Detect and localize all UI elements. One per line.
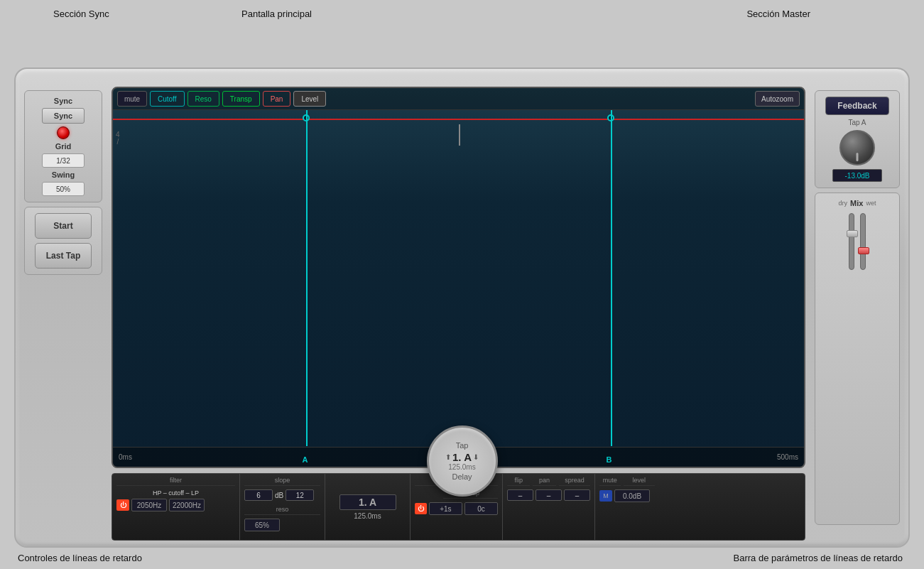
mix-header: dry Mix wet: [821, 199, 893, 207]
filter-power-icon: ⏻: [120, 502, 126, 509]
wet-slider-thumb[interactable]: [858, 247, 869, 254]
cursor-line: [459, 124, 460, 146]
mix-main-label: Mix: [850, 199, 863, 207]
slope-group: slope 6 dB 12 reso 65%: [240, 474, 325, 540]
tab-reso[interactable]: Reso: [187, 91, 219, 107]
flip-header: flip: [507, 477, 530, 486]
pitch-power-icon: ⏻: [418, 505, 424, 512]
level-val[interactable]: 0.0dB: [614, 489, 650, 502]
feedback-knob[interactable]: [839, 130, 875, 166]
time-right: 500ms: [777, 453, 798, 461]
tap-arrow-right[interactable]: ⬇: [473, 453, 479, 461]
mix-sliders: [849, 210, 866, 519]
filter-val2[interactable]: 22000Hz: [169, 499, 205, 511]
last-tap-button[interactable]: Last Tap: [35, 243, 92, 269]
mute-line: [113, 119, 804, 120]
autozoom-button[interactable]: Autozoom: [755, 91, 800, 107]
tab-cutoff[interactable]: Cutoff: [150, 91, 185, 107]
tap-a-label: Tap A: [848, 119, 866, 126]
swing-value[interactable]: 50%: [42, 182, 85, 196]
dry-slider-thumb[interactable]: [847, 230, 858, 237]
tap-value[interactable]: 1. A: [452, 451, 472, 463]
tap-select-display[interactable]: 1. A: [339, 494, 396, 510]
spread-header: spread: [559, 477, 590, 486]
pitch-row: ⏻ +1s 0c: [415, 502, 498, 515]
db-display: -13.0dB: [832, 169, 882, 182]
mute-btn-label: M: [599, 490, 612, 502]
mute-btn[interactable]: M: [599, 490, 612, 502]
pitch-val[interactable]: +1s: [429, 502, 462, 515]
tab-transp[interactable]: Transp: [222, 91, 260, 107]
pan-val[interactable]: –: [536, 489, 562, 501]
filter-row: ⏻ 2050Hz 22000Hz: [116, 499, 235, 511]
wet-slider[interactable]: [860, 213, 866, 270]
feedback-button[interactable]: Feedback: [825, 97, 889, 115]
annotation-master: Sección Master: [746, 9, 810, 19]
filter-header: filter: [116, 477, 235, 486]
reso-header: reso: [244, 506, 320, 515]
tap-group: 1. A 125.0ms: [325, 474, 411, 540]
ml-headers: mute level: [599, 477, 655, 487]
filter-type: HP – cutoff – LP: [116, 489, 235, 497]
sync-section: Sync Sync Grid 1/32 Swing 50% Start Last…: [24, 90, 102, 525]
mix-panel: dry Mix wet: [815, 193, 900, 525]
slope-header: slope: [244, 477, 320, 486]
fps-row: – – –: [507, 489, 590, 501]
master-section: Feedback Tap A -13.0dB dry Mix wet: [815, 90, 900, 525]
reso-value[interactable]: 65%: [244, 519, 280, 531]
slope-val1[interactable]: 6: [244, 489, 273, 501]
grid-label: Grid: [55, 142, 72, 151]
tap-top-label: Tap: [456, 441, 469, 450]
knob-indicator: [857, 153, 859, 161]
pan-header: pan: [533, 477, 555, 486]
filter-group: filter HP – cutoff – LP ⏻ 2050Hz 22000Hz: [112, 474, 240, 540]
tap-arrow-left[interactable]: ⬆: [445, 453, 451, 461]
tap-ms: 125.0ms: [448, 463, 475, 471]
device-body: Sync Sync Grid 1/32 Swing 50% Start Last…: [14, 67, 910, 548]
slope-row: 6 dB 12: [244, 489, 320, 501]
tap-display[interactable]: Tap ⬆ 1. A ⬇ 125.0ms Delay: [427, 426, 498, 497]
sync-panel: Sync Sync Grid 1/32 Swing 50%: [24, 90, 102, 202]
flip-pan-spread-group: flip pan spread – – –: [503, 474, 595, 540]
tap-line-b: [611, 110, 612, 446]
mix-wet-label: wet: [866, 200, 876, 207]
start-button[interactable]: Start: [35, 213, 92, 239]
tap-marker-b[interactable]: B: [607, 455, 612, 464]
annotation-delay-controls: Controles de líneas de retardo: [18, 553, 142, 563]
swing-label: Swing: [52, 170, 75, 179]
feedback-panel: Feedback Tap A -13.0dB: [815, 90, 900, 188]
filter-power-btn[interactable]: ⏻: [116, 499, 129, 511]
fps-headers: flip pan spread: [507, 477, 590, 487]
grid-value[interactable]: 1/32: [42, 153, 85, 168]
mute-button[interactable]: mute: [117, 91, 147, 107]
tap-bottom-label: Delay: [452, 472, 472, 481]
flip-val[interactable]: –: [507, 489, 533, 501]
display-header: mute Cutoff Reso Transp Pan Level Autozo…: [113, 88, 804, 110]
filter-val1[interactable]: 2050Hz: [131, 499, 167, 511]
mix-dry-label: dry: [839, 200, 848, 207]
transp-val[interactable]: 0c: [464, 502, 498, 515]
time-left: 0ms: [119, 453, 132, 461]
spread-val[interactable]: –: [564, 489, 590, 501]
tap-select[interactable]: ⬆ 1. A ⬇: [445, 451, 479, 463]
tab-level[interactable]: Level: [293, 91, 326, 107]
sync-title: Sync: [54, 97, 72, 105]
pitch-power-btn[interactable]: ⏻: [415, 503, 427, 514]
sync-button[interactable]: Sync: [42, 108, 85, 124]
dry-slider[interactable]: [849, 213, 854, 270]
slope-db-label: dB: [275, 492, 283, 499]
mute-ctrl-header: mute: [599, 477, 621, 486]
tab-pan[interactable]: Pan: [263, 91, 291, 107]
annotation-param-bar: Barra de parámetros de líneas de retardo: [734, 553, 903, 563]
start-lasttap-panel: Start Last Tap: [24, 207, 102, 275]
main-display: mute Cutoff Reso Transp Pan Level Autozo…: [112, 87, 805, 468]
level-header: level: [624, 477, 655, 486]
mute-level-group: mute level M 0.0dB: [595, 474, 659, 540]
slope-val2[interactable]: 12: [286, 489, 314, 501]
annotation-sync: Sección Sync: [53, 9, 109, 19]
tap-ms-display: 125.0ms: [354, 512, 381, 520]
sync-led: [57, 126, 70, 139]
display-canvas: 4/: [113, 110, 804, 446]
tap-line-a: [306, 110, 308, 446]
tap-marker-a[interactable]: A: [302, 455, 308, 464]
